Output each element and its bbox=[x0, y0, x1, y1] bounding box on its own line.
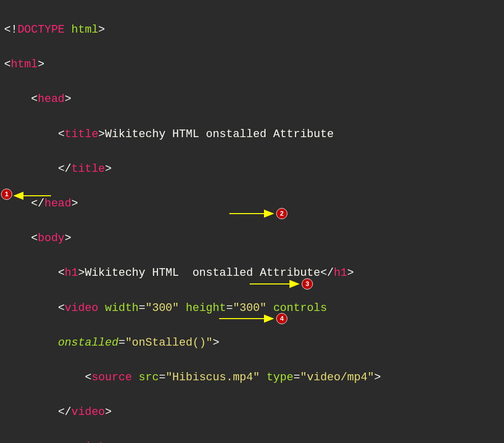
attr-type: type bbox=[267, 371, 294, 384]
head-open-tag: head bbox=[38, 93, 65, 106]
attr-src: src bbox=[139, 371, 159, 384]
attr-onstalled: onstalled bbox=[58, 336, 119, 349]
doctype-name: DOCTYPE bbox=[17, 23, 64, 36]
video-open-tag: video bbox=[65, 302, 98, 315]
val-height: "300" bbox=[233, 302, 267, 315]
arrow-1-icon bbox=[12, 193, 51, 199]
h1-open-tag: h1 bbox=[65, 267, 78, 279]
video-close-tag: video bbox=[71, 406, 105, 419]
annotation-badge-4: 4 bbox=[276, 313, 287, 324]
doctype-close: > bbox=[98, 23, 105, 36]
annotation-badge-2: 2 bbox=[276, 208, 287, 219]
doctype-rest: html bbox=[65, 23, 98, 36]
attr-width: width bbox=[105, 302, 139, 315]
source-tag: source bbox=[92, 371, 132, 384]
val-type: "video/mp4" bbox=[300, 371, 374, 384]
val-width: "300" bbox=[145, 302, 179, 315]
html-open-tag: html bbox=[11, 58, 38, 71]
body-open-tag: body bbox=[38, 232, 65, 245]
title-text: Wikitechy HTML onstalled Attribute bbox=[105, 128, 334, 141]
annotation-badge-3: 3 bbox=[302, 278, 313, 290]
arrow-4-icon bbox=[219, 316, 275, 322]
attr-height: height bbox=[185, 302, 226, 315]
val-onstalled: "onStalled()" bbox=[125, 336, 213, 349]
script-open-tag: script bbox=[65, 440, 105, 443]
head-close-tag: head bbox=[44, 197, 71, 210]
title-open-tag: title bbox=[65, 128, 98, 141]
h1-text: Wikitechy HTML onstalled Attribute bbox=[85, 267, 320, 279]
h1-close-tag: h1 bbox=[334, 267, 347, 279]
title-close-tag: title bbox=[71, 163, 105, 175]
arrow-3-icon bbox=[250, 281, 301, 287]
attr-controls: controls bbox=[273, 302, 327, 315]
doctype-open: <! bbox=[4, 23, 17, 36]
val-src: "Hibiscus.mp4" bbox=[166, 371, 260, 384]
code-editor: <!DOCTYPE html> <html> <head> <title>Wik… bbox=[4, 4, 500, 443]
annotation-badge-1: 1 bbox=[1, 189, 12, 200]
arrow-2-icon bbox=[229, 211, 275, 217]
